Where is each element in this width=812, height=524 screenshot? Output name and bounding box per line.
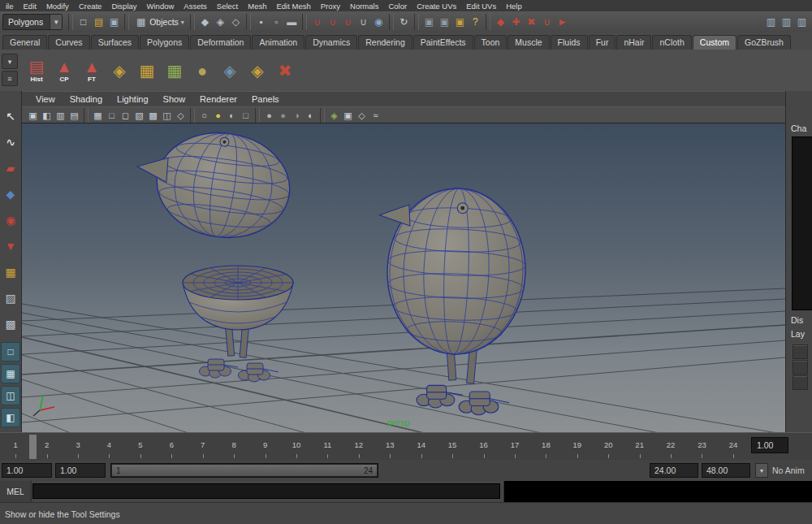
safe-title-icon[interactable]: ◇ [174, 108, 188, 123]
timeline-tick[interactable]: 1 [0, 433, 31, 461]
scale-tool[interactable]: ▼ [1, 236, 20, 257]
menu-item[interactable]: Normals [345, 2, 383, 11]
shelf-item-grid-gold[interactable]: ◈ [244, 53, 271, 89]
timeline-tick[interactable]: 22 [655, 433, 686, 461]
right-panel-tab-label[interactable]: Lay [791, 329, 805, 339]
menu-item[interactable]: Modify [41, 2, 74, 11]
shelf-tab[interactable]: Rendering [358, 35, 412, 50]
menu-item[interactable]: Edit UVs [461, 2, 501, 11]
file-open-icon[interactable]: ▤ [91, 14, 106, 31]
shelf-tab[interactable]: Fluids [551, 35, 588, 50]
range-slider-handle[interactable]: 1 24 [112, 465, 377, 476]
make-live-icon[interactable]: ◉ [371, 14, 387, 31]
menu-item[interactable]: Color [383, 2, 412, 11]
isolate-tool[interactable]: ▨ [1, 288, 20, 309]
shelf-item-poly-plane[interactable]: ◈ [106, 53, 133, 89]
channel-box-field[interactable] [792, 136, 812, 310]
hypershade-layout-button[interactable]: ◧ [1, 408, 20, 427]
tool-settings-toggle-icon[interactable]: ▥ [779, 14, 794, 31]
image-plane-icon[interactable]: ▥ [54, 108, 67, 123]
film-gate-icon[interactable]: □ [105, 108, 119, 123]
timeline-tick[interactable]: 11 [312, 433, 343, 461]
construction-history-icon[interactable]: ↻ [396, 14, 412, 31]
animation-start-field[interactable]: 1.00 [2, 463, 52, 478]
shelf-item-sphere[interactable]: ● [188, 53, 216, 89]
timeline-tick[interactable]: 4 [93, 433, 124, 461]
shelf-item-plane-blue[interactable]: ◈ [216, 53, 244, 89]
panel-menu-item[interactable]: Show [156, 94, 193, 104]
bounding-box-icon[interactable]: □ [239, 108, 253, 123]
resolution-gate-icon[interactable]: ◻ [119, 108, 132, 123]
shelf-tab[interactable]: Polygons [140, 35, 189, 50]
shelf-item-poly-mesh[interactable]: ▦ [133, 53, 161, 89]
time-slider[interactable]: 123456789101112131415161718192021222324 … [0, 432, 812, 461]
link-editor-icon[interactable]: ≈ [369, 108, 382, 123]
timeline-tick[interactable]: 24 [718, 433, 749, 461]
shadows-icon[interactable]: ◑ [290, 108, 304, 123]
snapshot-icon[interactable]: ◇ [355, 108, 369, 123]
menu-item[interactable]: Assets [179, 2, 212, 11]
select-component-icon[interactable]: ◇ [228, 14, 244, 31]
panel-menu-item[interactable]: Shading [63, 94, 110, 104]
snap-tool[interactable]: ▩ [1, 314, 20, 335]
soft-mod-icon[interactable]: ► [555, 14, 570, 31]
grid-toggle-icon[interactable]: ▦ [91, 108, 105, 123]
persp-outliner-layout-button[interactable]: ◫ [1, 386, 20, 405]
snap-grid-icon[interactable]: ∪ [309, 14, 325, 31]
menu-item[interactable]: Display [106, 2, 141, 11]
channel-box-label[interactable]: Cha [791, 123, 806, 133]
shelf-tab[interactable]: Custom [693, 35, 736, 50]
shelf-tab[interactable]: General [2, 35, 47, 50]
shelf-item-delete[interactable]: ✖ [271, 53, 299, 89]
select-mask-curves-icon[interactable]: ▫ [269, 14, 284, 31]
last-tool[interactable]: ▦ [1, 262, 20, 283]
shelf-item-ft[interactable]: ▲ FT [78, 53, 106, 89]
snap-curve-icon[interactable]: ∪ [325, 14, 340, 31]
playback-start-field[interactable]: 1.00 [55, 463, 106, 478]
shelf-menu-button[interactable]: ≡ [2, 71, 18, 86]
field-chart-icon[interactable]: ▩ [146, 108, 160, 123]
timeline-tick[interactable]: 3 [63, 433, 93, 461]
safe-action-icon[interactable]: ◫ [160, 108, 174, 123]
measure-tool-icon[interactable]: ✚ [508, 14, 524, 31]
shelf-tab-switch-button[interactable]: ▾ [2, 54, 18, 69]
panel-menu-item[interactable]: View [28, 94, 63, 104]
playback-end-field[interactable]: 24.00 [650, 463, 698, 478]
isolate-select-icon[interactable]: ◈ [327, 108, 341, 123]
range-slider-track[interactable]: 1 24 [110, 463, 378, 478]
wireframe-mode-icon[interactable]: ○ [197, 108, 211, 123]
selection-mask-selector[interactable]: ▦ Objects ▾ [135, 14, 184, 31]
panel-menu-item[interactable]: Renderer [192, 94, 244, 104]
right-panel-tab-label[interactable]: Dis [791, 315, 803, 325]
timeline-tick[interactable]: 8 [218, 433, 249, 461]
animation-end-field[interactable]: 48.00 [702, 463, 750, 478]
timeline-tick[interactable]: 14 [405, 433, 436, 461]
panel-menu-item[interactable]: Panels [244, 94, 287, 104]
viewport-persp[interactable]: persp [22, 123, 785, 433]
menu-item[interactable]: Select [212, 2, 243, 11]
timeline-tick[interactable]: 18 [530, 433, 561, 461]
timeline-tick[interactable]: 5 [125, 433, 156, 461]
four-pane-layout-button[interactable]: ▦ [1, 364, 20, 383]
timeline-tick[interactable]: 10 [281, 433, 312, 461]
current-frame-field[interactable]: 1.00 [751, 437, 788, 453]
layer-button[interactable] [793, 360, 808, 375]
help-icon[interactable]: ? [468, 14, 483, 31]
gate-mask-icon[interactable]: ▧ [132, 108, 146, 123]
shelf-tab[interactable]: Curves [48, 35, 89, 50]
default-material-icon[interactable]: ● [262, 108, 276, 123]
menu-item[interactable]: Create [74, 2, 107, 11]
timeline-tick[interactable]: 15 [437, 433, 468, 461]
shelf-tab[interactable]: GoZBrush [737, 35, 791, 50]
shelf-tab[interactable]: Animation [252, 35, 304, 50]
menu-item[interactable]: Window [142, 2, 179, 11]
textured-mode-icon[interactable]: ◐ [304, 108, 317, 123]
lights-icon[interactable]: ● [276, 108, 290, 123]
lock-camera-icon[interactable]: ◧ [40, 108, 54, 123]
paint-select-tool[interactable]: ▰ [1, 158, 20, 179]
select-mask-surfaces-icon[interactable]: ▬ [284, 14, 300, 31]
command-input[interactable] [32, 483, 500, 499]
shelf-tab[interactable]: Toon [474, 35, 508, 50]
menu-item[interactable]: Proxy [316, 2, 345, 11]
render-settings-icon[interactable]: ▣ [452, 14, 468, 31]
